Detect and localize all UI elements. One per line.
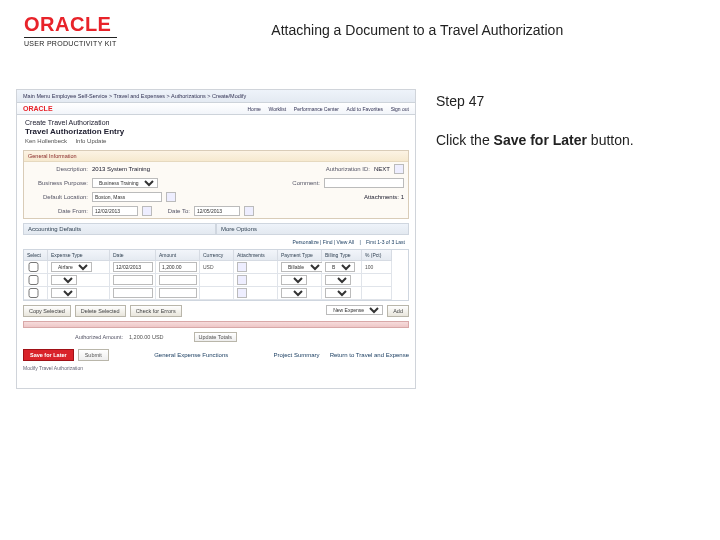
description-value: 2013 System Training [92, 166, 150, 172]
attachment-icon[interactable] [237, 288, 247, 298]
default-location-label: Default Location: [28, 194, 88, 200]
employee-line: Ken Hollenbeck Info Update [17, 138, 415, 148]
auth-id-label: Authorization ID: [310, 166, 370, 172]
mid-headers: Accounting Defaults More Options [23, 223, 409, 235]
general-info-header: General Information [24, 151, 408, 162]
row-pct: 100 [365, 264, 373, 270]
date-to-input[interactable] [194, 206, 240, 216]
project-summary-link[interactable]: Project Summary [274, 352, 320, 358]
totals-bar [23, 321, 409, 328]
attachment-icon[interactable] [237, 275, 247, 285]
payment-type-select[interactable] [281, 275, 307, 285]
form-title: Travel Authorization Entry [17, 127, 415, 138]
grid-header-row: Select Expense Type Date Amount Currency… [24, 250, 408, 261]
oracle-logo-small: ORACLE [23, 105, 53, 112]
add-expense-button[interactable]: Add [387, 305, 409, 317]
totals-section: Authorized Amount: 1,200.00 USD Update T… [23, 321, 409, 343]
content-row: Main Menu Employee Self-Service > Travel… [0, 53, 720, 389]
print-icon[interactable] [394, 164, 404, 174]
date-from-label: Date From: [28, 208, 88, 214]
col-currency: Currency [200, 250, 234, 261]
step-text-suffix: button. [587, 132, 634, 148]
expense-grid: Select Expense Type Date Amount Currency… [23, 249, 409, 301]
grid-nav-links[interactable]: Personalize | Find | View All [293, 239, 354, 245]
calendar-icon[interactable] [142, 206, 152, 216]
new-expense-select[interactable]: New Expense [326, 305, 383, 315]
general-functions-link[interactable]: General Expense Functions [154, 352, 228, 358]
col-amount: Amount [156, 250, 200, 261]
more-options-header[interactable]: More Options [216, 223, 409, 235]
employee-sub: Info Update [75, 138, 106, 144]
instruction-column: Step 47 Click the Save for Later button. [432, 89, 704, 149]
lookup-icon[interactable] [166, 192, 176, 202]
product-subtitle: USER PRODUCTIVITY KIT [24, 40, 117, 47]
app-top-bar: ORACLE Home Worklist Performance Center … [17, 103, 415, 115]
step-label: Step 47 [436, 93, 696, 109]
billing-type-select[interactable]: B [325, 262, 355, 272]
top-link-favorites[interactable]: Add to Favorites [347, 106, 383, 112]
auth-id-value: NEXT [374, 166, 390, 172]
row-buttons: Copy Selected Delete Selected Check for … [23, 305, 409, 317]
col-expense-type: Expense Type [48, 250, 110, 261]
brand-block: ORACLE USER PRODUCTIVITY KIT [24, 14, 117, 47]
attachment-icon[interactable] [237, 262, 247, 272]
check-errors-button[interactable]: Check for Errors [130, 305, 182, 317]
top-links: Home Worklist Performance Center Add to … [241, 106, 409, 112]
expense-type-select[interactable] [51, 288, 77, 298]
general-info-panel: General Information Description: 2013 Sy… [23, 150, 409, 219]
step-text-prefix: Click the [436, 132, 494, 148]
payment-type-select[interactable] [281, 288, 307, 298]
expense-type-select[interactable]: Airfare [51, 262, 92, 272]
top-link-worklist[interactable]: Worklist [269, 106, 287, 112]
attachments-count[interactable]: Attachments: 1 [364, 194, 404, 200]
row-amount-input[interactable] [159, 275, 197, 285]
auth-amount-label: Authorized Amount: [23, 334, 123, 340]
table-row [24, 287, 408, 300]
row-select-checkbox[interactable] [27, 275, 40, 285]
billing-type-select[interactable] [325, 288, 351, 298]
document-title: Attaching a Document to a Travel Authori… [139, 22, 696, 38]
accounting-defaults-header[interactable]: Accounting Defaults [23, 223, 216, 235]
row-amount-input[interactable] [159, 262, 197, 272]
comment-label: Comment: [260, 180, 320, 186]
top-link-performance[interactable]: Performance Center [294, 106, 339, 112]
date-from-input[interactable] [92, 206, 138, 216]
calendar-icon[interactable] [244, 206, 254, 216]
row-amount-input[interactable] [159, 288, 197, 298]
logo-divider [24, 37, 117, 38]
copy-selected-button[interactable]: Copy Selected [23, 305, 71, 317]
expense-type-select[interactable] [51, 275, 77, 285]
update-totals-button[interactable]: Update Totals [194, 332, 238, 342]
business-purpose-label: Business Purpose: [28, 180, 88, 186]
default-location-input[interactable] [92, 192, 162, 202]
employee-name: Ken Hollenbeck [25, 138, 67, 144]
row-select-checkbox[interactable] [27, 288, 40, 298]
description-label: Description: [28, 166, 88, 172]
footnote: Modify Travel Authorization [23, 365, 409, 371]
business-purpose-select[interactable]: Business Training [92, 178, 158, 188]
row-select-checkbox[interactable] [27, 262, 40, 272]
table-row: Airfare USD Billable B 100 [24, 261, 408, 274]
billing-type-select[interactable] [325, 275, 351, 285]
date-to-label: Date To: [156, 208, 190, 214]
row-currency: USD [203, 264, 214, 270]
grid-nav-range: First 1-3 of 3 Last [366, 239, 405, 245]
top-link-home[interactable]: Home [247, 106, 260, 112]
col-date: Date [110, 250, 156, 261]
payment-type-select[interactable]: Billable [281, 262, 324, 272]
doc-header: ORACLE USER PRODUCTIVITY KIT Attaching a… [0, 0, 720, 53]
col-pct: % (Pct) [362, 250, 392, 261]
save-for-later-button[interactable]: Save for Later [23, 349, 74, 361]
delete-selected-button[interactable]: Delete Selected [75, 305, 126, 317]
row-date-input[interactable] [113, 262, 153, 272]
comment-input[interactable] [324, 178, 404, 188]
return-link[interactable]: Return to Travel and Expense [330, 352, 409, 358]
top-link-signout[interactable]: Sign out [391, 106, 409, 112]
step-button-name: Save for Later [494, 132, 587, 148]
breadcrumb[interactable]: Main Menu Employee Self-Service > Travel… [17, 90, 415, 103]
submit-button[interactable]: Submit [78, 349, 109, 361]
page-heading: Create Travel Authorization [17, 115, 415, 127]
row-date-input[interactable] [113, 288, 153, 298]
step-text: Click the Save for Later button. [436, 131, 696, 149]
row-date-input[interactable] [113, 275, 153, 285]
